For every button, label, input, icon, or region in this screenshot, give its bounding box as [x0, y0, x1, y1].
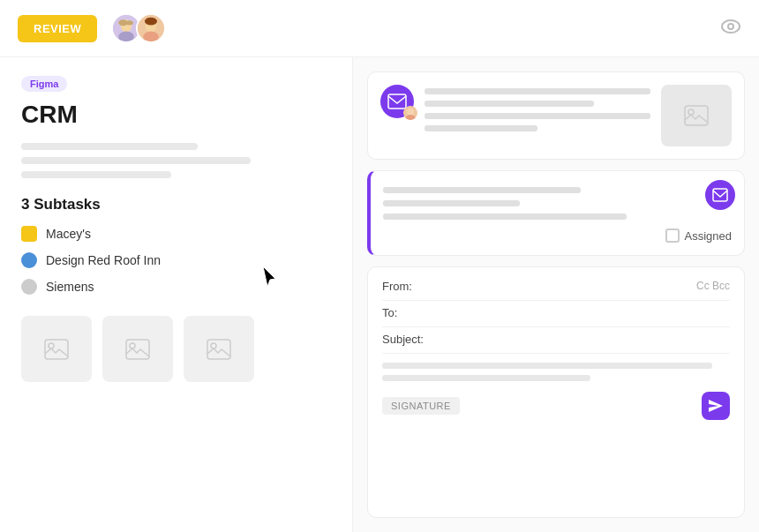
description-lines [21, 143, 331, 178]
thumbnail-3 [184, 316, 254, 382]
assigned-label: Assigned [685, 229, 732, 243]
email-card-1 [367, 71, 745, 160]
email-card-1-inner [368, 72, 744, 159]
thumbnail-2 [102, 316, 173, 382]
divider-3 [382, 353, 730, 354]
email-avatar-1 [380, 85, 414, 118]
subtask-list: Macey's Design Red Roof Inn Siemens [21, 226, 331, 295]
cc-bcc-label: Cc Bcc [696, 280, 730, 293]
subtask-label-2: Design Red Roof Inn [46, 253, 161, 267]
compose-body [382, 363, 730, 381]
desc-line-2 [21, 157, 251, 164]
svg-rect-13 [126, 340, 149, 359]
email-lines-2 [383, 187, 732, 220]
compose-area: From: Cc Bcc To: Subject: SIGNATURE [367, 266, 745, 518]
email-ph-7 [383, 214, 627, 220]
main: Figma CRM 3 Subtasks Macey's Design Red … [0, 57, 759, 532]
svg-point-4 [125, 20, 133, 25]
compose-to-row: To: [382, 306, 730, 319]
to-label: To: [382, 306, 397, 319]
signature-badge: SIGNATURE [382, 397, 460, 415]
subject-label: Subject: [382, 333, 424, 346]
figma-tag: Figma [21, 76, 67, 92]
assigned-row: Assigned [383, 229, 732, 243]
svg-rect-21 [685, 106, 708, 125]
body-ph-1 [382, 363, 712, 369]
email-avatar-2 [705, 180, 735, 210]
divider-2 [382, 326, 730, 327]
subtask-label-3: Siemens [46, 280, 94, 294]
list-item: Design Red Roof Inn [21, 252, 331, 268]
svg-point-7 [143, 32, 159, 42]
svg-point-2 [118, 32, 134, 42]
email-ph-5 [383, 187, 581, 193]
list-item: Siemens [21, 279, 331, 295]
email-ph-4 [425, 125, 537, 131]
email-ph-1 [425, 88, 650, 94]
svg-rect-15 [207, 340, 230, 359]
thumbnail-1 [21, 316, 92, 382]
compose-from-row: From: Cc Bcc [382, 280, 730, 293]
list-item: Macey's [21, 226, 331, 242]
email-image-1 [661, 85, 732, 146]
crm-title: CRM [21, 101, 331, 129]
subtask-icon-yellow [21, 226, 37, 242]
email-lines-1 [425, 88, 650, 131]
left-panel: Figma CRM 3 Subtasks Macey's Design Red … [0, 57, 353, 532]
thumbnails [21, 316, 331, 382]
header: REVIEW [0, 0, 759, 57]
body-ph-2 [382, 375, 590, 381]
eye-icon[interactable] [720, 16, 741, 41]
avatars [111, 13, 166, 43]
header-left: REVIEW [18, 13, 166, 43]
subtask-icon-blue [21, 252, 37, 268]
svg-point-8 [145, 18, 157, 26]
subtasks-heading: 3 Subtasks [21, 196, 331, 214]
compose-footer: SIGNATURE [382, 392, 730, 420]
email-content-1 [425, 85, 650, 138]
from-label: From: [382, 280, 412, 293]
email-card-2: Assigned [367, 170, 745, 256]
subtask-icon-gray [21, 279, 37, 295]
email-ph-6 [383, 200, 520, 206]
assigned-checkbox[interactable] [665, 229, 680, 243]
svg-rect-11 [45, 340, 68, 359]
avatar-2 [136, 13, 166, 43]
review-button[interactable]: REVIEW [18, 15, 97, 42]
svg-rect-23 [713, 189, 727, 201]
svg-point-9 [722, 20, 740, 33]
svg-point-19 [407, 109, 414, 116]
email-ph-2 [425, 101, 594, 107]
svg-rect-17 [388, 94, 406, 109]
divider-1 [382, 300, 730, 301]
right-panel: Assigned From: Cc Bcc To: Subject: [353, 57, 759, 532]
desc-line-3 [21, 171, 171, 178]
svg-point-10 [728, 24, 733, 29]
compose-subject-row: Subject: [382, 333, 730, 346]
email-ph-3 [425, 113, 650, 119]
desc-line-1 [21, 143, 198, 150]
subtask-label-1: Macey's [46, 227, 91, 241]
send-button[interactable] [702, 392, 730, 420]
email-avatar-badge-1 [403, 106, 417, 120]
avatar-2-image [138, 15, 164, 41]
